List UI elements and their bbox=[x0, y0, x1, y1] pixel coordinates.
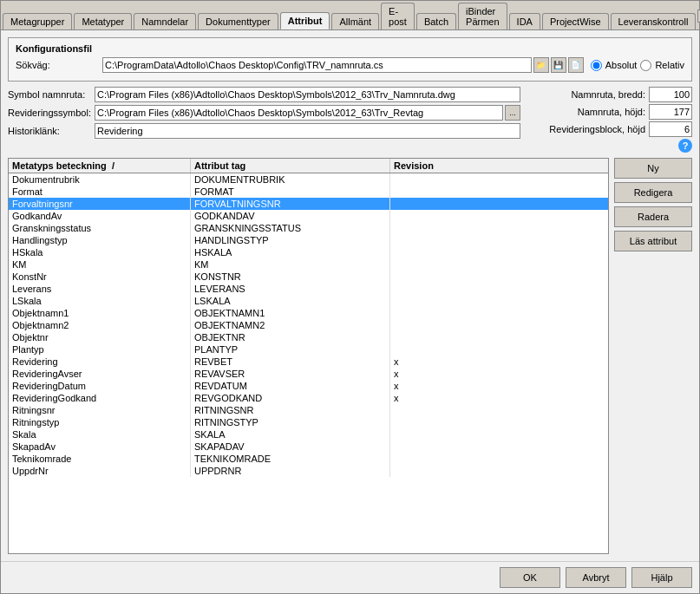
table-row[interactable]: RevideringAvserREVAVSERx bbox=[9, 368, 608, 380]
relativ-label: Relativ bbox=[655, 60, 684, 70]
symbol-left: Symbol namnruta: Revideringssymbol: ... … bbox=[8, 87, 520, 153]
attribute-table: Metatyps beteckning / Attribut tag Revis… bbox=[8, 158, 609, 554]
historik-input[interactable] bbox=[95, 123, 520, 139]
table-row[interactable]: KonstNrKONSTNR bbox=[9, 271, 608, 283]
new-icon[interactable]: 📄 bbox=[568, 57, 584, 73]
symbol-right: Namnruta, bredd: Namnruta, höjd: Revider… bbox=[527, 87, 692, 153]
open-file-icon[interactable]: 📁 bbox=[533, 57, 549, 73]
namnruta-bredd-input[interactable] bbox=[649, 87, 692, 102]
tab-bar: Metagrupper Metatyper Namndelar Dokument… bbox=[1, 1, 699, 30]
las-attribut-button[interactable]: Läs attribut bbox=[614, 231, 692, 251]
table-row[interactable]: HSkalaHSKALA bbox=[9, 246, 608, 258]
sokväg-input-group: 📁 💾 📄 Absolut Relativ bbox=[102, 57, 684, 73]
redigera-button[interactable]: Redigera bbox=[614, 182, 692, 203]
save-icon[interactable]: 💾 bbox=[551, 57, 566, 73]
main-content: Konfigurationsfil Sökväg: 📁 💾 📄 Absolut … bbox=[1, 30, 699, 561]
main-window: Metagrupper Metatyper Namndelar Dokument… bbox=[0, 0, 700, 594]
table-row[interactable]: Objektnamn2OBJEKTNAMN2 bbox=[9, 319, 608, 331]
revblock-höjd-input[interactable] bbox=[649, 121, 692, 137]
tab-leveranskontroll[interactable]: Leveranskontroll bbox=[611, 13, 697, 29]
namnruta-höjd-row: Namnruta, höjd: bbox=[527, 104, 692, 120]
dimension-fields: Namnruta, bredd: Namnruta, höjd: Revider… bbox=[527, 87, 692, 153]
symbol-label: Symbol namnruta: bbox=[8, 89, 95, 100]
ny-button[interactable]: Ny bbox=[614, 158, 692, 179]
sokväg-row: Sökväg: 📁 💾 📄 Absolut Relativ bbox=[16, 57, 684, 73]
table-row[interactable]: KMKM bbox=[9, 258, 608, 271]
path-type-group: Absolut Relativ bbox=[591, 60, 684, 71]
header-beteckning[interactable]: Metatyps beteckning / bbox=[9, 159, 191, 173]
bottom-bar: OK Avbryt Hjälp bbox=[1, 561, 699, 593]
table-row[interactable]: GranskningsstatusGRANSKNINGSSTATUS bbox=[9, 222, 608, 234]
sokväg-label: Sökväg: bbox=[16, 60, 102, 70]
tab-ida[interactable]: IDA bbox=[509, 13, 540, 29]
table-row[interactable]: DokumentrubrikDOKUMENTRUBRIK bbox=[9, 173, 608, 186]
tab-metagrupper[interactable]: Metagrupper bbox=[3, 13, 72, 29]
tab-ibinder[interactable]: iBinder Pärmen bbox=[458, 3, 507, 29]
tab-attribut[interactable]: Attribut bbox=[280, 12, 330, 29]
table-row[interactable]: Objektnamn1OBJEKTNAMN1 bbox=[9, 307, 608, 319]
info-icon[interactable]: ? bbox=[678, 139, 692, 153]
table-section: Metatyps beteckning / Attribut tag Revis… bbox=[8, 158, 692, 554]
table-row[interactable]: LSkalaLSKALA bbox=[9, 295, 608, 307]
config-title: Konfigurationsfil bbox=[16, 43, 684, 54]
namnruta-höjd-input[interactable] bbox=[649, 104, 692, 120]
tab-epost[interactable]: E-post bbox=[381, 3, 415, 29]
historik-label: Historiklänk: bbox=[8, 126, 95, 136]
tab-dokumenttyper[interactable]: Dokumenttyper bbox=[198, 13, 278, 29]
table-row[interactable]: RitningsnrRITNINGSNR bbox=[9, 404, 608, 416]
table-row[interactable]: LeveransLEVERANS bbox=[9, 283, 608, 295]
namnruta-höjd-label: Namnruta, höjd: bbox=[578, 107, 645, 117]
table-row[interactable]: SkapadAvSKAPADAV bbox=[9, 441, 608, 453]
tab-batch[interactable]: Batch bbox=[416, 13, 456, 29]
namnruta-bredd-label: Namnruta, bredd: bbox=[571, 89, 645, 100]
header-tag[interactable]: Attribut tag bbox=[191, 159, 390, 173]
symbol-section: Symbol namnruta: Revideringssymbol: ... … bbox=[8, 87, 692, 153]
revision-symbol-row: Revideringssymbol: ... bbox=[8, 105, 520, 121]
header-revision[interactable]: Revision bbox=[390, 159, 608, 173]
table-row[interactable]: GodkandAvGODKANDAV bbox=[9, 210, 608, 222]
revision-symbol-input[interactable] bbox=[95, 105, 503, 121]
symbol-row: Symbol namnruta: bbox=[8, 87, 520, 102]
table-row[interactable]: PlantypPLANTYP bbox=[9, 343, 608, 356]
absolut-label: Absolut bbox=[605, 60, 638, 70]
tab-namndelar[interactable]: Namndelar bbox=[134, 13, 196, 29]
table-body[interactable]: DokumentrubrikDOKUMENTRUBRIKFormatFORMAT… bbox=[9, 173, 608, 553]
table-row[interactable]: FormatFORMAT bbox=[9, 186, 608, 198]
revision-symbol-label: Revideringssymbol: bbox=[8, 108, 95, 118]
table-row[interactable]: RitningstypRITNINGSTYP bbox=[9, 416, 608, 428]
table-row[interactable]: HandlingstypHANDLINGSTYP bbox=[9, 234, 608, 246]
radera-button[interactable]: Radera bbox=[614, 206, 692, 227]
hjälp-button[interactable]: Hjälp bbox=[631, 567, 692, 588]
sokväg-input[interactable] bbox=[102, 57, 532, 73]
tab-allmänt[interactable]: Allmänt bbox=[331, 13, 379, 29]
table-row[interactable]: RevideringGodkandREVGODKANDx bbox=[9, 392, 608, 404]
symbol-input[interactable] bbox=[95, 87, 520, 102]
action-buttons: Ny Redigera Radera Läs attribut bbox=[614, 158, 692, 554]
avbryt-button[interactable]: Avbryt bbox=[566, 567, 626, 588]
revblock-höjd-label: Revideringsblock, höjd bbox=[549, 124, 645, 134]
revision-browse-icon[interactable]: ... bbox=[505, 105, 520, 121]
ok-button[interactable]: OK bbox=[500, 567, 560, 588]
table-row[interactable]: RevideringREVBETx bbox=[9, 356, 608, 368]
table-row[interactable]: SkalaSKALA bbox=[9, 428, 608, 441]
table-row[interactable]: RevideringDatumREVDATUMx bbox=[9, 380, 608, 392]
namnruta-bredd-row: Namnruta, bredd: bbox=[527, 87, 692, 102]
config-section: Konfigurationsfil Sökväg: 📁 💾 📄 Absolut … bbox=[8, 37, 692, 82]
historik-row: Historiklänk: bbox=[8, 123, 520, 139]
table-row[interactable]: TeknikomradeTEKNIKOMRADE bbox=[9, 453, 608, 465]
table-row[interactable]: ObjektnrOBJEKTNR bbox=[9, 331, 608, 343]
table-row[interactable]: ForvaltningsnrFORVALTNINGSNR bbox=[9, 198, 608, 210]
table-row[interactable]: UppdrNrUPPDRNR bbox=[9, 465, 608, 477]
absolut-radio[interactable] bbox=[591, 60, 602, 71]
revblock-höjd-row: Revideringsblock, höjd bbox=[527, 121, 692, 137]
table-header: Metatyps beteckning / Attribut tag Revis… bbox=[9, 159, 608, 173]
tab-projectwise[interactable]: ProjectWise bbox=[542, 13, 609, 29]
tab-metatyper[interactable]: Metatyper bbox=[74, 13, 132, 29]
relativ-radio[interactable] bbox=[640, 60, 651, 71]
